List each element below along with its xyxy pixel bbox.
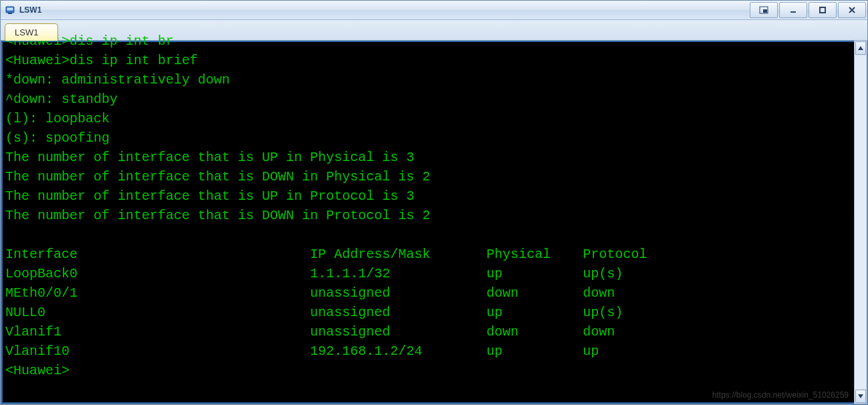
- scroll-up-button[interactable]: [855, 41, 866, 55]
- app-icon: [5, 5, 15, 15]
- svg-rect-5: [790, 11, 796, 13]
- svg-rect-4: [763, 9, 767, 13]
- svg-rect-2: [8, 13, 12, 14]
- window-controls: [750, 1, 867, 18]
- watermark-text: https://blog.csdn.net/weixin_51026259: [712, 390, 849, 400]
- svg-rect-1: [7, 8, 13, 11]
- svg-rect-6: [820, 7, 825, 13]
- minimize-button[interactable]: [779, 2, 807, 18]
- tab-lsw1[interactable]: LSW1: [5, 23, 58, 41]
- close-button[interactable]: [838, 2, 866, 18]
- client-area: <Huawei>dis ip int br <Huawei>dis ip int…: [1, 41, 867, 404]
- maximize-button[interactable]: [809, 2, 837, 18]
- vertical-scrollbar[interactable]: [854, 41, 867, 404]
- window-title: LSW1: [19, 5, 41, 15]
- terminal-wrap: <Huawei>dis ip int br <Huawei>dis ip int…: [1, 41, 854, 404]
- pip-button[interactable]: [750, 2, 778, 18]
- scroll-track[interactable]: [855, 55, 866, 389]
- titlebar[interactable]: LSW1: [1, 1, 867, 20]
- terminal-output[interactable]: <Huawei>dis ip int br <Huawei>dis ip int…: [3, 31, 854, 402]
- tab-label: LSW1: [15, 27, 38, 37]
- app-window: LSW1 LSW1 <Huawei>dis ip int br <Huawei>…: [0, 0, 868, 405]
- scroll-down-button[interactable]: [855, 390, 866, 403]
